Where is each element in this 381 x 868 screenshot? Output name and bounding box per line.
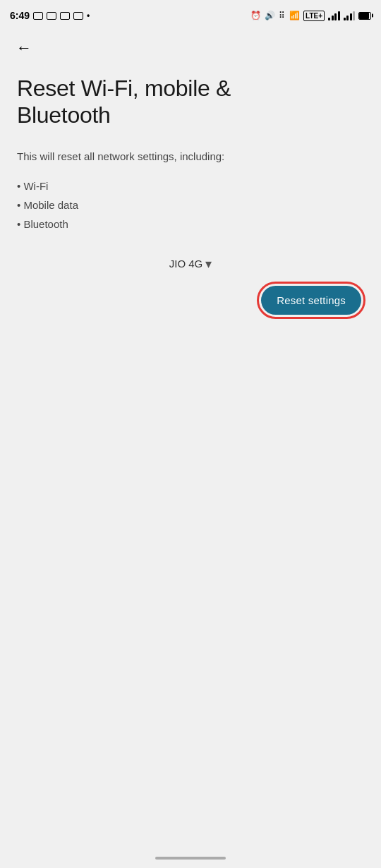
status-bar: 6:49 • ⏰ 🔊 ⠿ 📶 LTE+ bbox=[0, 0, 381, 28]
home-indicator bbox=[155, 857, 226, 860]
signal-bar-5 bbox=[344, 18, 346, 20]
dropdown-wrapper[interactable]: JIO 4G ▾ bbox=[169, 256, 212, 272]
signal-bar-2 bbox=[332, 16, 334, 20]
network-list: • Wi-Fi • Mobile data • Bluetooth bbox=[17, 176, 364, 234]
status-right: ⏰ 🔊 ⠿ 📶 LTE+ bbox=[250, 11, 371, 21]
signal-bar-7 bbox=[350, 13, 352, 20]
page-title: Reset Wi-Fi, mobile & Bluetooth bbox=[17, 75, 364, 129]
list-item-bluetooth: • Bluetooth bbox=[17, 215, 364, 234]
signal-bars-1 bbox=[328, 11, 340, 20]
status-left: 6:49 • bbox=[10, 10, 90, 21]
signal-bar-8 bbox=[353, 11, 355, 20]
icon-screen4 bbox=[73, 12, 83, 20]
list-item-wifi: • Wi-Fi bbox=[17, 176, 364, 195]
back-arrow-icon: ← bbox=[16, 40, 32, 56]
volume-icon: 🔊 bbox=[265, 11, 275, 20]
icon-screen1 bbox=[33, 12, 43, 20]
signal-bar-1 bbox=[328, 18, 330, 20]
icon-screen2 bbox=[47, 12, 56, 20]
reset-settings-button[interactable]: Reset settings bbox=[261, 286, 361, 315]
alarm-icon: ⏰ bbox=[250, 11, 261, 20]
back-button[interactable]: ← bbox=[11, 35, 37, 61]
nav-bar: ← bbox=[0, 28, 381, 64]
main-content: Reset Wi-Fi, mobile & Bluetooth This wil… bbox=[0, 64, 381, 332]
button-row: Reset settings bbox=[17, 286, 364, 315]
signal-bar-4 bbox=[338, 11, 340, 20]
chevron-down-icon: ▾ bbox=[205, 256, 212, 272]
battery-icon bbox=[358, 12, 371, 20]
dropdown-label: JIO 4G bbox=[169, 258, 203, 270]
grid-icon: ⠿ bbox=[279, 11, 286, 20]
icon-screen3 bbox=[60, 12, 70, 20]
signal-bar-3 bbox=[334, 13, 337, 20]
list-item-mobile: • Mobile data bbox=[17, 195, 364, 215]
signal-bar-6 bbox=[346, 16, 349, 20]
status-time: 6:49 bbox=[10, 10, 30, 21]
battery-fill bbox=[359, 13, 369, 19]
dot-icon: • bbox=[87, 11, 90, 20]
signal-bars-2 bbox=[344, 11, 356, 20]
network-dropdown-container: JIO 4G ▾ bbox=[17, 256, 364, 272]
wifi-icon: 📶 bbox=[289, 11, 300, 20]
lte-badge: LTE+ bbox=[303, 11, 325, 21]
description-text: This will reset all network settings, in… bbox=[17, 149, 364, 164]
